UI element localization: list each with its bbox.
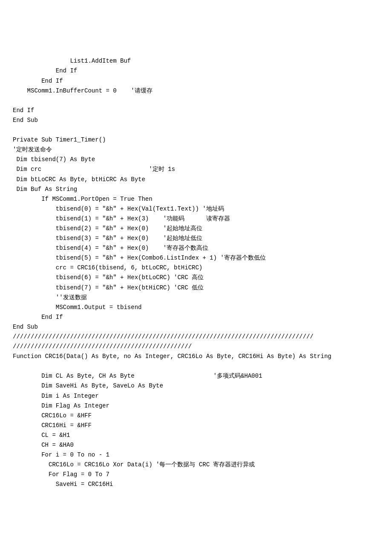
code-line: Dim btLoCRC As Byte, btHiCRC As Byte	[13, 175, 379, 185]
code-line: tbisend(5) = "&h" + Hex(Combo6.ListIndex…	[13, 253, 379, 263]
code-line: End If	[13, 106, 379, 116]
code-line	[13, 361, 379, 371]
code-line: CRC16Hi = &HFF	[13, 421, 379, 431]
code-line: tbisend(0) = "&h" + Hex(Val(Text1.Text))…	[13, 204, 379, 214]
code-line: Dim i As Integer	[13, 391, 379, 401]
code-line	[13, 37, 379, 46]
code-line: End If	[13, 312, 379, 322]
code-line: Dim tbisend(7) As Byte	[13, 155, 379, 165]
code-line: Dim crc '定时 1s	[13, 165, 379, 174]
code-line: CRC16Lo = &HFF	[13, 411, 379, 421]
code-line: tbisend(7) = "&h" + Hex(btHiCRC) 'CRC 低位	[13, 283, 379, 293]
code-line: Dim Flag As Integer	[13, 401, 379, 411]
code-line: tbisend(6) = "&h" + Hex(btLoCRC) 'CRC 高位	[13, 273, 379, 283]
code-line: End If	[13, 66, 379, 76]
code-line: Dim CL As Byte, CH As Byte '多项式码&HA001	[13, 371, 379, 381]
code-line: Dim SaveHi As Byte, SaveLo As Byte	[13, 381, 379, 391]
code-line: For i = 0 To no - 1	[13, 450, 379, 460]
code-line	[13, 125, 379, 135]
code-line: tbisend(3) = "&h" + Hex(0) '起始地址低位	[13, 234, 379, 243]
code-line: crc = CRC16(tbisend, 6, btLoCRC, btHiCRC…	[13, 263, 379, 273]
code-line	[13, 96, 379, 106]
code-line: tbisend(4) = "&h" + Hex(0) '寄存器个数高位	[13, 243, 379, 253]
code-line: ''发送数据	[13, 293, 379, 303]
code-line: CH = &HA0	[13, 440, 379, 450]
code-line: CL = &H1	[13, 431, 379, 440]
code-line: ////////////////////////////////////////…	[13, 332, 379, 342]
code-line: MSComm1.Output = tbisend	[13, 303, 379, 312]
code-line	[13, 46, 379, 56]
code-line: MSComm1.InBufferCount = 0 '请缓存	[13, 86, 379, 96]
code-line: SaveHi = CRC16Hi	[13, 480, 379, 489]
code-line: End If	[13, 76, 379, 86]
code-line: Function CRC16(Data() As Byte, no As Int…	[13, 352, 379, 361]
code-line: If MSComm1.PortOpen = True Then	[13, 194, 379, 204]
code-line: tbisend(1) = "&h" + Hex(3) '功能码 读寄存器	[13, 214, 379, 224]
code-line: CRC16Lo = CRC16Lo Xor Data(i) '每一个数据与 CR…	[13, 460, 379, 470]
code-line: ////////////////////////////////////////…	[13, 342, 379, 352]
code-line: End Sub	[13, 116, 379, 125]
code-line: Private Sub Timer1_Timer()	[13, 135, 379, 145]
code-line: List1.AddItem Buf	[13, 56, 379, 66]
code-display: List1.AddItem Buf End If End If MSComm1.…	[13, 17, 379, 500]
code-line: Dim Buf As String	[13, 185, 379, 194]
code-line: End Sub	[13, 322, 379, 332]
code-line: tbisend(2) = "&h" + Hex(0) '起始地址高位	[13, 224, 379, 234]
code-line: For Flag = 0 To 7	[13, 470, 379, 480]
code-line: '定时发送命令	[13, 145, 379, 155]
